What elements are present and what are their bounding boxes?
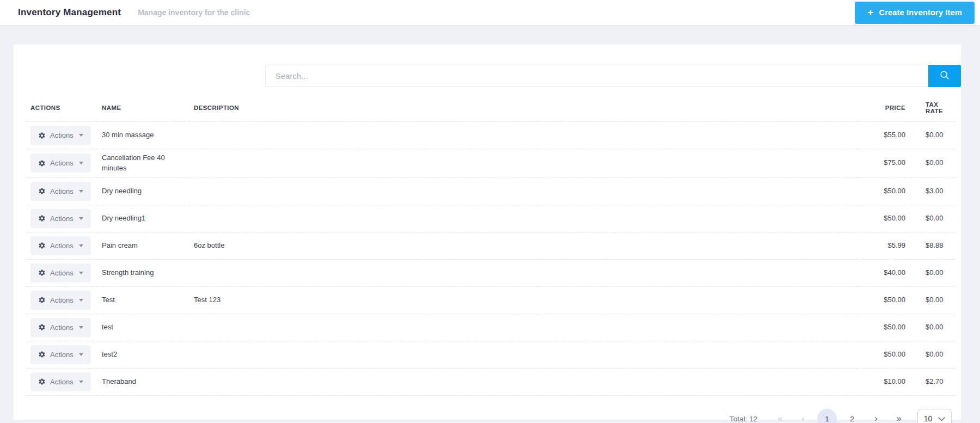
item-tax-rate: $0.00 bbox=[905, 205, 955, 232]
page-size-value: 10 bbox=[924, 414, 933, 423]
plus-icon: + bbox=[867, 7, 873, 17]
create-inventory-item-label: Create Inventory Item bbox=[879, 8, 962, 17]
page-size-dropdown[interactable]: 10 bbox=[917, 409, 952, 423]
pagination-bar: Total: 12 « ‹ 1 2 › » 10 bbox=[14, 409, 952, 423]
item-name: test bbox=[97, 314, 189, 341]
item-name: Strength training bbox=[97, 259, 189, 286]
caret-down-icon bbox=[79, 217, 83, 220]
item-name: 30 min massage bbox=[97, 122, 189, 149]
table-row: Actions 30 min massage $55.00 $0.00 bbox=[26, 122, 955, 149]
row-actions-dropdown-button[interactable]: Actions bbox=[30, 372, 91, 391]
table-row: Actions Dry needling1 $50.00 $0.00 bbox=[26, 205, 955, 232]
item-description: 6oz bottle bbox=[189, 232, 856, 259]
caret-down-icon bbox=[79, 381, 83, 383]
first-page-button[interactable]: « bbox=[771, 409, 789, 423]
item-price: $50.00 bbox=[856, 314, 905, 341]
caret-down-icon bbox=[79, 244, 83, 247]
item-description bbox=[189, 177, 856, 205]
column-header-name: NAME bbox=[97, 96, 189, 122]
table-row: Actions test2 $50.00 $0.00 bbox=[26, 341, 955, 368]
item-description bbox=[189, 149, 856, 178]
item-tax-rate: $0.00 bbox=[905, 259, 955, 286]
gear-icon bbox=[38, 351, 46, 358]
row-actions-label: Actions bbox=[50, 187, 74, 195]
item-tax-rate: $0.00 bbox=[905, 341, 955, 368]
item-name: Theraband bbox=[97, 368, 189, 395]
item-description bbox=[189, 122, 856, 149]
item-description: Test 123 bbox=[189, 286, 856, 314]
inventory-table: ACTIONS NAME DESCRIPTION PRICE TAX RATE … bbox=[26, 96, 955, 396]
chevron-down-icon bbox=[938, 414, 945, 423]
table-row: Actions test $50.00 $0.00 bbox=[26, 314, 955, 341]
item-name: test2 bbox=[97, 341, 189, 368]
item-tax-rate: $2.70 bbox=[905, 368, 955, 395]
search-bar bbox=[265, 65, 961, 87]
item-description bbox=[189, 314, 856, 341]
item-tax-rate: $0.00 bbox=[905, 314, 955, 341]
caret-down-icon bbox=[79, 162, 83, 164]
inventory-card: ACTIONS NAME DESCRIPTION PRICE TAX RATE … bbox=[14, 45, 961, 420]
gear-icon bbox=[38, 378, 46, 385]
gear-icon bbox=[38, 160, 46, 167]
item-description bbox=[189, 368, 856, 395]
row-actions-label: Actions bbox=[50, 269, 74, 277]
table-row: Actions Strength training $40.00 $0.00 bbox=[26, 259, 955, 286]
gear-icon bbox=[38, 132, 46, 139]
row-actions-label: Actions bbox=[50, 296, 74, 304]
item-tax-rate: $0.00 bbox=[905, 286, 955, 314]
create-inventory-item-button[interactable]: + Create Inventory Item bbox=[855, 2, 975, 24]
item-price: $50.00 bbox=[856, 286, 905, 314]
caret-down-icon bbox=[79, 272, 83, 274]
item-price: $50.00 bbox=[856, 341, 905, 368]
item-tax-rate: $8.88 bbox=[905, 232, 955, 259]
row-actions-dropdown-button[interactable]: Actions bbox=[30, 263, 91, 283]
table-row: Actions Cancellation Fee 40 minutes $75.… bbox=[26, 149, 955, 178]
previous-page-button[interactable]: ‹ bbox=[794, 409, 812, 423]
page-title: Inventory Management bbox=[18, 7, 121, 18]
caret-down-icon bbox=[79, 326, 83, 329]
search-button[interactable] bbox=[928, 65, 961, 87]
row-actions-dropdown-button[interactable]: Actions bbox=[30, 318, 91, 337]
item-name: Cancellation Fee 40 minutes bbox=[97, 149, 189, 178]
table-row: Actions Dry needling $50.00 $3.00 bbox=[26, 177, 955, 205]
gear-icon bbox=[38, 214, 46, 222]
gear-icon bbox=[38, 242, 46, 249]
item-price: $10.00 bbox=[856, 368, 905, 395]
page-button-1[interactable]: 1 bbox=[817, 409, 837, 423]
row-actions-dropdown-button[interactable]: Actions bbox=[30, 345, 91, 364]
item-name: Pain cream bbox=[97, 232, 189, 259]
caret-down-icon bbox=[79, 190, 83, 193]
column-header-tax-rate: TAX RATE bbox=[905, 96, 955, 122]
row-actions-label: Actions bbox=[50, 323, 74, 332]
item-name: Test bbox=[97, 286, 189, 314]
row-actions-dropdown-button[interactable]: Actions bbox=[30, 154, 91, 173]
row-actions-label: Actions bbox=[50, 242, 74, 250]
next-page-button[interactable]: › bbox=[867, 409, 885, 423]
search-input[interactable] bbox=[265, 65, 928, 87]
top-bar: Inventory Management Manage inventory fo… bbox=[0, 0, 980, 25]
row-actions-dropdown-button[interactable]: Actions bbox=[30, 236, 91, 255]
row-actions-dropdown-button[interactable]: Actions bbox=[30, 126, 91, 145]
row-actions-dropdown-button[interactable]: Actions bbox=[30, 209, 91, 228]
item-price: $5.99 bbox=[856, 232, 905, 259]
row-actions-label: Actions bbox=[50, 214, 74, 223]
column-header-price: PRICE bbox=[856, 96, 905, 122]
gear-icon bbox=[38, 269, 46, 277]
gear-icon bbox=[38, 187, 46, 195]
item-name: Dry needling bbox=[97, 177, 189, 205]
caret-down-icon bbox=[79, 299, 83, 302]
caret-down-icon bbox=[79, 353, 83, 356]
search-icon bbox=[939, 70, 950, 82]
caret-down-icon bbox=[79, 134, 83, 137]
column-header-description: DESCRIPTION bbox=[189, 96, 856, 122]
last-page-button[interactable]: » bbox=[890, 409, 908, 423]
table-row: Actions Pain cream 6oz bottle $5.99 $8.8… bbox=[26, 232, 955, 259]
row-actions-label: Actions bbox=[50, 378, 74, 386]
row-actions-dropdown-button[interactable]: Actions bbox=[30, 291, 91, 310]
gear-icon bbox=[38, 323, 46, 331]
page-button-2[interactable]: 2 bbox=[842, 409, 862, 423]
item-price: $50.00 bbox=[856, 205, 905, 232]
item-tax-rate: $0.00 bbox=[905, 149, 955, 178]
row-actions-dropdown-button[interactable]: Actions bbox=[30, 182, 91, 201]
row-actions-label: Actions bbox=[50, 159, 74, 167]
